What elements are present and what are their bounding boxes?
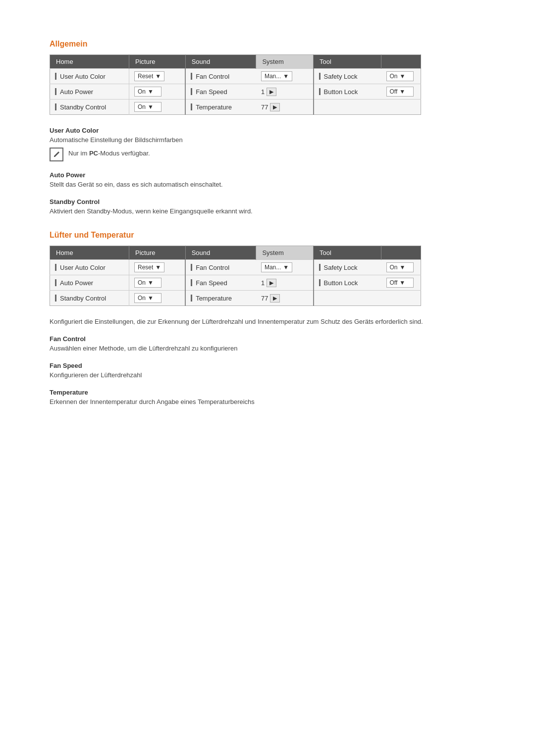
dropdown2-safety-lock[interactable]: On ▼ [386,262,414,272]
cell2-fan-control-value[interactable]: Man... ▼ [256,260,314,275]
chevron-down-icon: ▼ [148,295,154,302]
table-row: Auto Power On ▼ Fan Speed 1 ▶ [50,275,421,291]
cell-fan-control-label: Fan Control [185,69,256,84]
cell-user-auto-color-value[interactable]: Reset ▼ [129,69,186,84]
chevron-down-icon: ▼ [399,279,405,286]
table-row: Standby Control On ▼ Temperature 77 ▶ [50,100,421,115]
tab-sound-2[interactable]: Sound [185,246,256,260]
tab-sound-1[interactable]: Sound [185,55,256,69]
dropdown-safety-lock[interactable]: On ▼ [386,71,414,81]
cell2-auto-power-value[interactable]: On ▼ [129,275,186,291]
table-row: User Auto Color Reset ▼ Fan Control Man.… [50,260,421,275]
cell2-safety-lock-value[interactable]: On ▼ [381,260,421,275]
cell2-fan-speed-value[interactable]: 1 ▶ [256,275,314,291]
section2-main-desc: Konfiguriert die Einstellungen, die zur … [50,318,485,325]
dropdown2-auto-power[interactable]: On ▼ [134,278,161,288]
cell2-standby-value[interactable]: On ▼ [129,291,186,306]
cell2-temperature-value[interactable]: 77 ▶ [256,291,314,306]
cell-fan-control-value[interactable]: Man... ▼ [256,69,314,84]
tab-home-1[interactable]: Home [50,55,129,69]
arrow-right-icon[interactable]: ▶ [270,294,280,302]
auto-power-desc: Stellt das Gerät so ein, dass es sich au… [50,181,485,188]
cell-auto-power-value[interactable]: On ▼ [129,84,186,100]
dropdown2-reset[interactable]: Reset ▼ [134,262,164,272]
user-auto-color-section: User Auto Color Automatische Einstellung… [50,127,485,161]
tab-picture-2[interactable]: Picture [129,246,186,260]
temperature-heading: Temperature [50,389,485,396]
chevron-down-icon: ▼ [148,88,154,95]
tab-row-1: Home Picture Sound System Tool [50,55,421,69]
dropdown-reset[interactable]: Reset ▼ [134,71,164,81]
tab-system-2[interactable]: System [256,246,314,260]
chevron-down-icon: ▼ [155,264,161,271]
table-row: Auto Power On ▼ Fan Speed 1 ▶ [50,84,421,100]
dropdown2-standby[interactable]: On ▼ [134,293,161,303]
cell-standby-label: Standby Control [50,100,129,115]
menu-table-1: Home Picture Sound System Tool User Auto… [50,54,421,115]
tab-tool-2[interactable]: Tool [314,246,381,260]
cell2-safety-lock-label: Safety Lock [314,260,381,275]
cell-standby-value[interactable]: On ▼ [129,100,186,115]
bar-icon [55,295,56,302]
cell-auto-power-label: Auto Power [50,84,129,100]
cell-temperature-value[interactable]: 77 ▶ [256,100,314,115]
arrow-right-icon[interactable]: ▶ [267,88,276,96]
dropdown-auto-power[interactable]: On ▼ [134,87,161,97]
tab-system-1[interactable]: System [256,55,314,69]
section-allgemein: Allgemein Home Picture Sound System Tool… [50,40,485,215]
cell2-temperature-label: Temperature [185,291,256,306]
dropdown-button-lock[interactable]: Off ▼ [386,87,414,97]
cell2-button-lock-label: Button Lock [314,275,381,291]
cell-fan-speed-value[interactable]: 1 ▶ [256,84,314,100]
section-luefter: Lüfter und Temperatur Home Picture Sound… [50,231,485,405]
cell2-auto-power-label: Auto Power [50,275,129,291]
table-row: User Auto Color Reset ▼ Fan Control Man.… [50,69,421,84]
chevron-down-icon: ▼ [148,103,154,110]
user-auto-color-desc: Automatische Einstellung der Bildschirmf… [50,136,485,144]
cell-fan-speed-label: Fan Speed [185,84,256,100]
note-row: Nur im PC-Modus verfügbar. [50,148,485,161]
tab-home-2[interactable]: Home [50,246,129,260]
cell-empty [314,100,381,115]
cell2-empty [314,291,381,306]
standby-control-section: Standby Control Aktiviert den Standby-Mo… [50,198,485,215]
bar-icon [191,264,192,271]
cell-safety-lock-label: Safety Lock [314,69,381,84]
tab-tool-1[interactable]: Tool [314,55,381,69]
fan-control-desc: Auswählen einer Methode, um die Lüfterdr… [50,345,485,352]
cell-empty-2 [381,100,421,115]
cell-user-auto-color-label: User Auto Color [50,69,129,84]
chevron-down-icon: ▼ [283,73,289,80]
bar-icon [55,73,56,80]
pencil-icon [53,151,60,158]
table-row: Standby Control On ▼ Temperature 77 ▶ [50,291,421,306]
dropdown2-fan-control[interactable]: Man... ▼ [261,262,292,272]
bar-icon [191,73,192,80]
bar-icon [319,279,321,286]
bar-icon [55,88,56,95]
arrow-right-icon[interactable]: ▶ [270,103,280,111]
cell-button-lock-value[interactable]: Off ▼ [381,84,421,100]
dropdown-standby[interactable]: On ▼ [134,102,161,112]
cell2-button-lock-value[interactable]: Off ▼ [381,275,421,291]
cell-safety-lock-value[interactable]: On ▼ [381,69,421,84]
arrow-right-icon[interactable]: ▶ [267,279,276,287]
bar-icon [191,103,192,110]
note-icon [50,148,63,161]
bar-icon [55,103,56,110]
bar-icon [55,279,56,286]
fan-speed-section: Fan Speed Konfigurieren der Lüfterdrehza… [50,362,485,379]
chevron-down-icon: ▼ [400,264,406,271]
dropdown2-button-lock[interactable]: Off ▼ [386,278,414,288]
tab-picture-1[interactable]: Picture [129,55,186,69]
dropdown-fan-control[interactable]: Man... ▼ [261,71,292,81]
chevron-down-icon: ▼ [155,73,161,80]
tab-spacer-1 [381,55,421,69]
auto-power-heading: Auto Power [50,171,485,179]
cell2-user-auto-color-label: User Auto Color [50,260,129,275]
standby-control-heading: Standby Control [50,198,485,205]
tab-row-2: Home Picture Sound System Tool [50,246,421,260]
section2-title: Lüfter und Temperatur [50,231,485,240]
temperature-section: Temperature Erkennen der Innentemperatur… [50,389,485,405]
cell2-user-auto-color-value[interactable]: Reset ▼ [129,260,186,275]
